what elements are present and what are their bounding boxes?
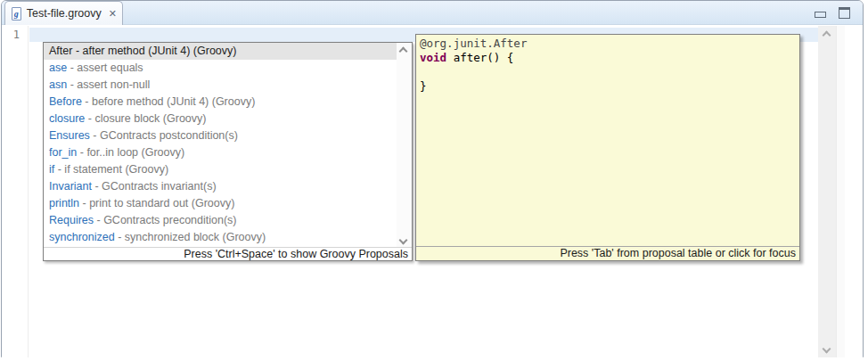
proposal-description: - GContracts invariant(s) (92, 180, 217, 193)
proposal-name: synchronized (49, 231, 115, 243)
proposal-description: - print to standard out (Groovy) (79, 197, 234, 209)
scroll-down-icon[interactable] (399, 236, 408, 245)
overview-ruler (836, 26, 845, 357)
list-item[interactable]: Ensures - GContracts postcondition(s) (44, 127, 412, 144)
proposal-name: Before (49, 95, 82, 108)
proposal-description: - after method (JUnit 4) (Groovy) (72, 45, 236, 57)
list-item[interactable]: asn - assert non-null (44, 77, 412, 94)
editor-vertical-scrollbar[interactable] (818, 26, 836, 357)
proposal-scrollbar[interactable] (397, 43, 412, 248)
proposal-description: - GContracts precondition(s) (94, 214, 236, 226)
code-line: } (420, 79, 796, 94)
list-item[interactable]: println - print to standard out (Groovy) (44, 195, 412, 212)
proposal-name: ase (49, 62, 67, 74)
tab-test-file-groovy[interactable]: g Test-file.groovy ✕ (4, 1, 123, 25)
preview-footer-hint: Press 'Tab' from proposal table or click… (416, 246, 799, 260)
list-item[interactable]: for_in - for..in loop (Groovy) (44, 144, 412, 161)
preview-code: @org.junit.Aftervoid after() {} (416, 35, 799, 246)
proposal-name: closure (49, 112, 85, 125)
proposal-list[interactable]: After - after method (JUnit 4) (Groovy)a… (44, 43, 412, 248)
proposal-name: println (49, 197, 79, 209)
list-item[interactable]: closure - closure block (Groovy) (44, 111, 412, 127)
code-token: } (420, 79, 427, 93)
proposal-description: - synchronized block (Groovy) (115, 231, 266, 243)
line-number-ruler: 1 (2, 26, 29, 357)
proposal-description: - assert non-null (67, 78, 150, 91)
proposal-name: Requires (49, 214, 94, 226)
content-assist-popup: After - after method (JUnit 4) (Groovy)a… (43, 42, 413, 261)
list-item[interactable]: if - if statement (Groovy) (44, 161, 412, 178)
minimize-icon[interactable] (815, 12, 826, 18)
list-item[interactable]: Invariant - GContracts invariant(s) (44, 178, 412, 195)
close-icon[interactable]: ✕ (109, 9, 117, 19)
proposal-description: - GContracts postcondition(s) (90, 129, 238, 142)
tab-title: Test-file.groovy (27, 7, 102, 20)
proposal-name: Ensures (49, 129, 90, 142)
proposal-description: - closure block (Groovy) (85, 112, 206, 125)
scroll-up-icon[interactable] (823, 31, 831, 40)
list-item[interactable]: Before - before method (JUnit 4) (Groovy… (44, 94, 412, 111)
maximize-icon[interactable] (839, 7, 850, 19)
proposal-name: After (49, 45, 72, 57)
workbench: g Test-file.groovy ✕ 1 After - after met… (0, 0, 868, 361)
proposal-name: Invariant (49, 180, 92, 193)
code-token: after() { (446, 51, 513, 64)
code-line (420, 65, 796, 79)
list-item[interactable]: Requires - GContracts precondition(s) (44, 212, 412, 229)
proposal-description: - before method (JUnit 4) (Groovy) (82, 95, 256, 108)
proposal-name: for_in (49, 146, 77, 159)
groovy-file-icon: g (12, 7, 21, 21)
scroll-up-icon[interactable] (399, 47, 408, 56)
proposal-description: - if statement (Groovy) (54, 163, 168, 176)
list-item[interactable]: After - after method (JUnit 4) (Groovy) (44, 43, 412, 60)
code-token: @org.junit.After (420, 37, 527, 50)
scroll-down-icon[interactable] (823, 345, 831, 354)
code-line: void after() { (420, 51, 796, 65)
list-item[interactable]: synchronized - synchronized block (Groov… (44, 229, 412, 246)
proposal-description: - for..in loop (Groovy) (77, 146, 184, 159)
view-toolbar (815, 6, 850, 20)
code-token: void (420, 51, 446, 64)
code-line: @org.junit.After (420, 37, 796, 51)
editor-tab-strip: g Test-file.groovy ✕ (2, 1, 863, 25)
proposal-footer-hint: Press 'Ctrl+Space' to show Groovy Propos… (44, 247, 412, 260)
proposal-description: - assert equals (67, 62, 143, 74)
proposal-name: asn (49, 78, 67, 91)
line-number: 1 (13, 29, 20, 41)
list-item[interactable]: ase - assert equals (44, 60, 412, 77)
template-preview-pane[interactable]: @org.junit.Aftervoid after() {} Press 'T… (415, 34, 800, 261)
